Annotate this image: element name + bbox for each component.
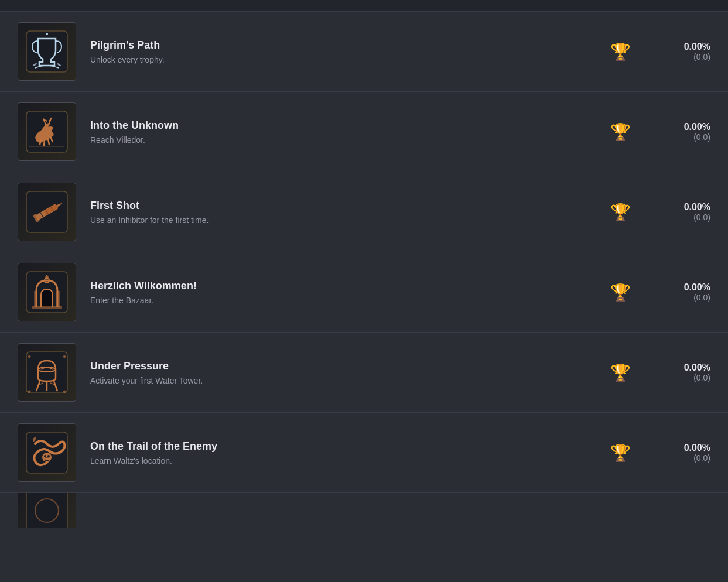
achievement-trophy-bronze: 🏆 xyxy=(603,443,638,463)
achievement-info-herzlich: Herzlich Wilkommen! Enter the Bazaar. xyxy=(90,280,589,305)
achievement-percent: 0.00% xyxy=(684,282,710,293)
achievement-percent: 0.00% xyxy=(684,362,710,373)
trophy-icon-bronze: 🏆 xyxy=(610,122,631,142)
achievement-percent: 0.00% xyxy=(684,443,710,453)
achievement-desc: Reach Villedor. xyxy=(90,135,589,145)
achievement-desc: Learn Waltz's location. xyxy=(90,456,589,465)
achievement-row-partial xyxy=(0,493,728,528)
trophy-icon-bronze: 🏆 xyxy=(610,443,631,463)
achievement-icon-on-the-trail xyxy=(18,423,76,482)
achievement-stats: 0.00% (0.0) xyxy=(652,282,710,302)
achievement-score: (0.0) xyxy=(693,293,710,302)
achievement-row: Herzlich Wilkommen! Enter the Bazaar. 🏆 … xyxy=(0,252,728,333)
svg-rect-12 xyxy=(34,291,37,307)
achievement-desc: Enter the Bazaar. xyxy=(90,296,589,305)
svg-point-24 xyxy=(44,455,46,457)
svg-rect-14 xyxy=(32,306,62,309)
achievement-percent: 0.00% xyxy=(684,42,710,52)
achievement-icon-pilgrims-path xyxy=(18,22,76,81)
achievement-score: (0.0) xyxy=(693,453,710,463)
achievement-icon-under-pressure xyxy=(18,343,76,402)
achievement-row: First Shot Use an Inhibitor for the firs… xyxy=(0,172,728,252)
top-bar xyxy=(0,0,728,12)
trophy-icon-silver: 🏆 xyxy=(610,42,631,61)
achievement-stats: 0.00% (0.0) xyxy=(652,202,710,222)
achievement-trophy-bronze: 🏆 xyxy=(603,203,638,222)
achievement-percent: 0.00% xyxy=(684,202,710,213)
achievement-icon-herzlich xyxy=(18,263,76,321)
achievement-score: (0.0) xyxy=(693,52,710,61)
achievement-icon-partial xyxy=(18,493,76,528)
achievement-desc: Activate your first Water Tower. xyxy=(90,376,589,385)
achievement-trophy-bronze: 🏆 xyxy=(603,122,638,142)
achievement-stats: 0.00% (0.0) xyxy=(652,42,710,61)
achievement-icon-first-shot xyxy=(18,183,76,241)
achievement-score: (0.0) xyxy=(693,132,710,142)
achievement-info-on-the-trail: On the Trail of the Enemy Learn Waltz's … xyxy=(90,440,589,465)
svg-point-1 xyxy=(46,33,48,35)
achievement-row: Under Pressure Activate your first Water… xyxy=(0,333,728,413)
svg-point-25 xyxy=(47,455,50,457)
achievement-score: (0.0) xyxy=(693,213,710,222)
achievement-desc: Use an Inhibitor for the first time. xyxy=(90,215,589,225)
achievement-info-first-shot: First Shot Use an Inhibitor for the firs… xyxy=(90,200,589,225)
achievement-title: Into the Unknown xyxy=(90,119,589,132)
achievement-title: Herzlich Wilkommen! xyxy=(90,280,589,292)
achievement-stats: 0.00% (0.0) xyxy=(652,362,710,382)
achievement-trophy-bronze: 🏆 xyxy=(603,283,638,302)
achievement-trophy-bronze: 🏆 xyxy=(603,363,638,382)
trophy-icon-bronze: 🏆 xyxy=(610,203,631,222)
achievement-info-into-unknown: Into the Unknown Reach Villedor. xyxy=(90,119,589,145)
achievement-title: Pilgrim's Path xyxy=(90,39,589,52)
achievement-stats: 0.00% (0.0) xyxy=(652,443,710,463)
svg-rect-13 xyxy=(56,291,60,307)
trophy-icon-bronze: 🏆 xyxy=(610,283,631,302)
achievement-icon-into-unknown xyxy=(18,102,76,161)
achievement-row: On the Trail of the Enemy Learn Waltz's … xyxy=(0,413,728,493)
achievement-title: Under Pressure xyxy=(90,360,589,372)
achievement-row: Pilgrim's Path Unlock every trophy. 🏆 0.… xyxy=(0,12,728,92)
achievement-stats: 0.00% (0.0) xyxy=(652,122,710,142)
achievement-title: On the Trail of the Enemy xyxy=(90,440,589,453)
achievement-desc: Unlock every trophy. xyxy=(90,55,589,64)
achievement-score: (0.0) xyxy=(693,373,710,382)
achievement-title: First Shot xyxy=(90,200,589,212)
achievement-info-pilgrims-path: Pilgrim's Path Unlock every trophy. xyxy=(90,39,589,64)
achievement-info-under-pressure: Under Pressure Activate your first Water… xyxy=(90,360,589,385)
achievement-trophy-silver: 🏆 xyxy=(603,42,638,61)
achievements-list: Pilgrim's Path Unlock every trophy. 🏆 0.… xyxy=(0,12,728,528)
achievement-row: Into the Unknown Reach Villedor. 🏆 0.00%… xyxy=(0,92,728,172)
trophy-icon-bronze: 🏆 xyxy=(610,363,631,382)
achievement-percent: 0.00% xyxy=(684,122,710,132)
